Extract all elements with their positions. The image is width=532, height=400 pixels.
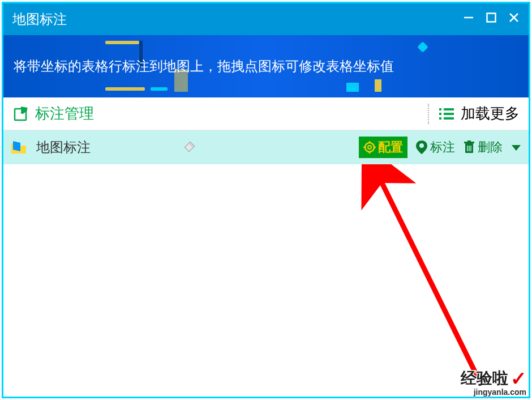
delete-button[interactable]: 删除	[463, 139, 503, 156]
dropdown-toggle[interactable]	[510, 143, 522, 152]
map-folder-icon	[10, 140, 27, 155]
banner-text: 将带坐标的表格行标注到地图上，拖拽点图标可修改表格坐标值	[14, 57, 394, 75]
delete-label: 删除	[478, 139, 503, 156]
edit-note-icon	[12, 105, 29, 122]
maximize-button[interactable]	[486, 12, 497, 27]
trash-icon	[463, 141, 475, 154]
svg-point-17	[419, 143, 424, 148]
pin-icon	[415, 140, 428, 155]
check-icon: ✓	[510, 367, 526, 390]
window-title: 地图标注	[12, 10, 463, 28]
item-name: 地图标注	[36, 138, 91, 156]
minimize-button[interactable]	[463, 12, 474, 27]
annotation-arrow	[3, 164, 530, 400]
close-button[interactable]	[508, 12, 520, 27]
mark-button[interactable]: 标注	[415, 139, 455, 156]
eraser-icon	[182, 142, 197, 153]
section-title: 标注管理	[35, 104, 94, 124]
section-bar: 标注管理 加载更多	[3, 97, 529, 130]
gear-icon	[363, 141, 376, 154]
watermark: 经验啦 ✓ jingyanla.com	[461, 367, 526, 397]
window-controls	[463, 12, 520, 27]
svg-point-12	[368, 146, 371, 149]
svg-rect-9	[439, 117, 441, 120]
mark-label: 标注	[430, 139, 455, 156]
config-label: 配置	[378, 139, 403, 156]
svg-rect-7	[439, 113, 441, 115]
load-more-button[interactable]: 加载更多	[438, 104, 520, 124]
list-icon	[438, 106, 455, 122]
svg-rect-6	[444, 108, 454, 110]
svg-point-11	[365, 143, 374, 152]
svg-rect-1	[487, 14, 496, 22]
section-left: 标注管理	[12, 104, 419, 124]
chevron-down-icon	[510, 143, 522, 152]
load-more-label: 加载更多	[461, 104, 520, 124]
config-button[interactable]: 配置	[359, 137, 407, 158]
divider	[428, 104, 429, 124]
svg-rect-20	[467, 141, 471, 142]
svg-rect-5	[439, 108, 441, 110]
title-bar: 地图标注	[3, 3, 529, 35]
content-area	[3, 164, 529, 397]
banner: 将带坐标的表格行标注到地图上，拖拽点图标可修改表格坐标值	[3, 35, 529, 97]
svg-line-24	[380, 178, 479, 380]
edit-name-button[interactable]	[182, 142, 197, 153]
list-item[interactable]: 地图标注	[3, 130, 529, 164]
watermark-brand: 经验啦	[461, 368, 508, 389]
svg-rect-10	[444, 117, 454, 120]
item-actions: 配置 标注 删除	[359, 137, 522, 158]
svg-rect-8	[444, 113, 454, 115]
